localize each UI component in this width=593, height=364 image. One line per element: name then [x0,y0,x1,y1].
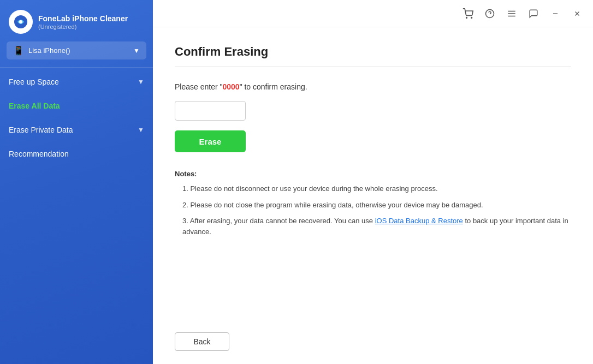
app-title-block: FoneLab iPhone Cleaner (Unregistered) [38,14,128,30]
page-title: Confirm Erasing [175,45,571,59]
confirm-text: Please enter "0000" to confirm erasing. [175,82,571,91]
notes-title: Notes: [175,170,571,178]
app-subtitle: (Unregistered) [38,23,128,30]
device-selector[interactable]: 📱 Lisa iPhone() ▼ [7,41,146,59]
spacer [175,255,571,332]
confirm-code: 0000 [222,82,239,91]
sidebar-item-label: Recommendation [9,150,144,158]
app-name: FoneLab iPhone Cleaner [38,14,128,23]
chat-icon[interactable] [526,7,541,21]
cart-icon[interactable] [461,7,475,21]
notes-list: 1. Please do not disconnect or use your … [175,183,571,237]
chevron-down-icon: ▼ [133,47,140,55]
note-3: 3. After erasing, your data cannot be re… [175,216,571,237]
device-selector-left: 📱 Lisa iPhone() [13,45,70,56]
sidebar-item-erase-all-data[interactable]: Erase All Data [0,94,153,118]
titlebar [153,0,593,27]
confirm-input[interactable] [175,101,246,121]
sidebar-item-label: Free up Space [9,77,138,86]
note-2: 2. Please do not close the program while… [175,200,571,211]
confirm-text-before: Please enter " [175,82,222,91]
minimize-icon[interactable] [548,7,562,21]
question-icon[interactable] [483,7,497,21]
chevron-icon: ▼ [138,78,144,86]
sidebar-divider [0,67,153,68]
erase-button[interactable]: Erase [175,130,246,152]
sidebar: FoneLab iPhone Cleaner (Unregistered) 📱 … [0,0,153,364]
confirm-text-after: " to confirm erasing. [240,82,307,91]
back-button[interactable]: Back [175,332,229,351]
notes-section: Notes: 1. Please do not disconnect or us… [175,170,571,242]
sidebar-item-label: Erase Private Data [9,126,138,134]
close-icon[interactable] [570,7,584,21]
app-logo [9,10,33,34]
page-divider [175,67,571,67]
sidebar-item-erase-private-data[interactable]: Erase Private Data ▼ [0,118,153,142]
sidebar-item-recommendation[interactable]: Recommendation [0,142,153,166]
svg-point-3 [471,17,472,18]
main-content: Confirm Erasing Please enter "0000" to c… [153,0,593,364]
sidebar-header: FoneLab iPhone Cleaner (Unregistered) [0,0,153,41]
note-1: 1. Please do not disconnect or use your … [175,183,571,194]
sidebar-item-free-up-space[interactable]: Free up Space ▼ [0,70,153,94]
chevron-icon: ▼ [138,126,144,134]
svg-point-1 [19,20,22,23]
svg-point-2 [466,17,467,18]
phone-icon: 📱 [13,45,24,56]
content-area: Confirm Erasing Please enter "0000" to c… [153,27,593,364]
note-3-prefix: 3. After erasing, your data cannot be re… [182,217,375,225]
device-name: Lisa iPhone() [28,46,70,55]
sidebar-item-label: Erase All Data [9,102,144,110]
ios-backup-link[interactable]: iOS Data Backup & Restore [375,217,463,225]
menu-icon[interactable] [505,7,519,21]
